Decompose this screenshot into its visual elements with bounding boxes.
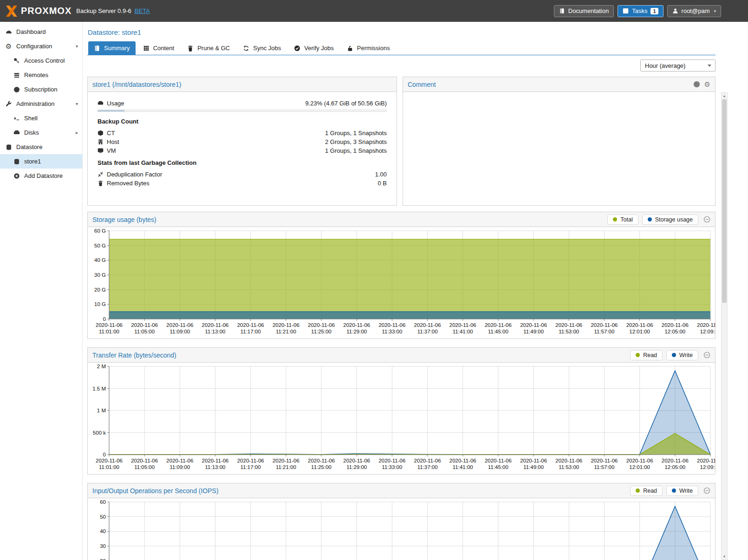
tasks-count-badge: 1 [650, 8, 658, 14]
backup-count-heading: Backup Count [98, 118, 387, 125]
storage-usage-chart: 010 G20 G30 G40 G50 G60 G2020-11-0611:01… [88, 227, 715, 339]
app-window: PROXMOX Backup Server 0.9-6 BETA Documen… [0, 0, 748, 560]
tab-bar: Summary Content Prune & GC Sync Jobs Ver… [87, 41, 715, 55]
collapse-chart-icon[interactable] [703, 487, 710, 494]
svg-text:0: 0 [103, 452, 106, 457]
sidebar-item-disks[interactable]: Disks ▸ [0, 125, 82, 140]
svg-text:11:21:00: 11:21:00 [276, 464, 296, 470]
sidebar-item-store1[interactable]: store1 [0, 154, 82, 169]
svg-text:11:09:00: 11:09:00 [169, 464, 190, 470]
chevron-down-icon: ▾ [714, 9, 716, 13]
svg-text:11:25:00: 11:25:00 [311, 329, 332, 334]
svg-text:50: 50 [100, 514, 106, 520]
svg-text:60: 60 [100, 499, 106, 505]
sidebar-item-shell[interactable]: Shell [0, 111, 82, 125]
vertical-scrollbar[interactable]: ▲ ▼ [721, 92, 728, 560]
task-list-icon [623, 8, 629, 14]
svg-text:11:53:00: 11:53:00 [559, 329, 579, 334]
tab-prune-gc[interactable]: Prune & GC [182, 41, 235, 55]
svg-text:60 G: 60 G [94, 228, 106, 234]
legend-read[interactable]: Read [630, 486, 663, 496]
legend-dot [613, 217, 617, 221]
legend-storage-usage[interactable]: Storage usage [642, 215, 698, 225]
tab-sync-jobs[interactable]: Sync Jobs [237, 41, 286, 55]
chevron-right-icon[interactable]: ▸ [76, 130, 78, 135]
svg-text:50 G: 50 G [94, 243, 106, 248]
svg-text:2020-11-06: 2020-11-06 [308, 322, 335, 328]
svg-text:0: 0 [103, 316, 106, 322]
removed-bytes-row: Removed Bytes 0 B [98, 179, 387, 188]
legend-dot [636, 353, 640, 357]
svg-text:12:05:00: 12:05:00 [664, 329, 685, 334]
svg-text:12:09:00: 12:09:00 [700, 464, 715, 470]
legend-total[interactable]: Total [607, 215, 638, 225]
sidebar-item-subscription[interactable]: Subscription [0, 82, 82, 97]
gears-icon: ⚙ [5, 43, 12, 50]
sidebar-item-configuration[interactable]: ⚙ Configuration ▾ [0, 39, 82, 53]
book-icon [559, 8, 565, 14]
proxmox-logo: PROXMOX [6, 6, 72, 17]
legend-dot [672, 353, 676, 357]
svg-text:2020-11-06: 2020-11-06 [166, 322, 193, 328]
svg-text:11:09:00: 11:09:00 [169, 329, 190, 334]
svg-text:2020-11-06: 2020-11-06 [626, 458, 653, 463]
gear-icon[interactable]: ⚙ [704, 81, 710, 88]
svg-text:2020-11-06: 2020-11-06 [343, 322, 370, 328]
legend-write[interactable]: Write [666, 350, 698, 360]
scroll-down-arrow[interactable]: ▼ [722, 553, 727, 560]
sidebar-item-datastore[interactable]: Datastore [0, 140, 82, 154]
trash-icon [98, 180, 107, 186]
collapse-chart-icon[interactable] [703, 352, 710, 358]
tab-summary[interactable]: Summary [88, 41, 136, 55]
svg-text:2020-11-06: 2020-11-06 [520, 458, 547, 463]
tab-verify-jobs[interactable]: Verify Jobs [288, 41, 339, 55]
header-actions: Documentation Tasks 1 root@pam ▾ [554, 5, 721, 17]
svg-text:2 M: 2 M [97, 364, 106, 369]
usage-progress-fill [98, 110, 124, 111]
svg-text:12:09:00: 12:09:00 [700, 329, 715, 334]
sidebar-item-administration[interactable]: Administration ▾ [0, 97, 82, 111]
iops-chart: 01020304050602020-11-0611:01:002020-11-0… [88, 498, 715, 560]
chevron-down-icon[interactable]: ▾ [76, 101, 78, 106]
terminal-icon [13, 115, 20, 122]
svg-text:2020-11-06: 2020-11-06 [378, 458, 405, 463]
legend-write[interactable]: Write [666, 486, 698, 496]
svg-text:20 G: 20 G [94, 287, 106, 293]
user-menu-button[interactable]: root@pam ▾ [667, 5, 721, 17]
svg-text:500 k: 500 k [93, 430, 106, 436]
chevron-down-icon[interactable]: ▾ [76, 44, 78, 49]
svg-text:2020-11-06: 2020-11-06 [520, 322, 547, 328]
scrollbar-thumb[interactable] [722, 99, 727, 303]
legend-dot [648, 217, 652, 221]
chart-title: Storage usage (bytes) [92, 216, 156, 223]
svg-text:11:49:00: 11:49:00 [523, 329, 544, 334]
sidebar-item-remotes[interactable]: Remotes [0, 68, 82, 82]
comment-panel-title: Comment [408, 81, 436, 88]
svg-text:2020-11-06: 2020-11-06 [414, 458, 441, 463]
key-icon [13, 58, 20, 64]
sidebar-item-access-control[interactable]: Access Control [0, 53, 82, 68]
documentation-button[interactable]: Documentation [554, 5, 614, 17]
svg-text:2020-11-06: 2020-11-06 [697, 322, 715, 328]
svg-text:2020-11-06: 2020-11-06 [662, 458, 689, 463]
sidebar-nav: Dashboard ⚙ Configuration ▾ Access Contr… [0, 22, 83, 560]
collapse-chart-icon[interactable] [703, 216, 710, 223]
legend-read[interactable]: Read [630, 350, 663, 360]
sidebar-item-dashboard[interactable]: Dashboard [0, 25, 82, 39]
life-ring-icon [13, 86, 20, 93]
chevron-circle-icon[interactable] [693, 81, 700, 88]
transfer-rate-chart: 0500 k1 M1.5 M2 M2020-11-0611:01:002020-… [88, 363, 715, 474]
tasks-button[interactable]: Tasks 1 [618, 5, 663, 17]
svg-text:1.5 M: 1.5 M [92, 386, 106, 391]
unlock-icon [347, 45, 353, 52]
beta-link[interactable]: BETA [135, 7, 150, 14]
page-title: Datastore: store1 [87, 26, 715, 41]
svg-text:2020-11-06: 2020-11-06 [131, 322, 158, 328]
svg-text:10 G: 10 G [94, 301, 106, 307]
scroll-up-arrow[interactable]: ▲ [722, 93, 727, 99]
tab-content[interactable]: Content [137, 41, 180, 55]
tab-permissions[interactable]: Permissions [341, 41, 396, 55]
timeframe-select[interactable]: Hour (average) [640, 59, 715, 72]
sidebar-item-add-datastore[interactable]: Add Datastore [0, 169, 82, 183]
svg-text:11:57:00: 11:57:00 [594, 464, 615, 470]
